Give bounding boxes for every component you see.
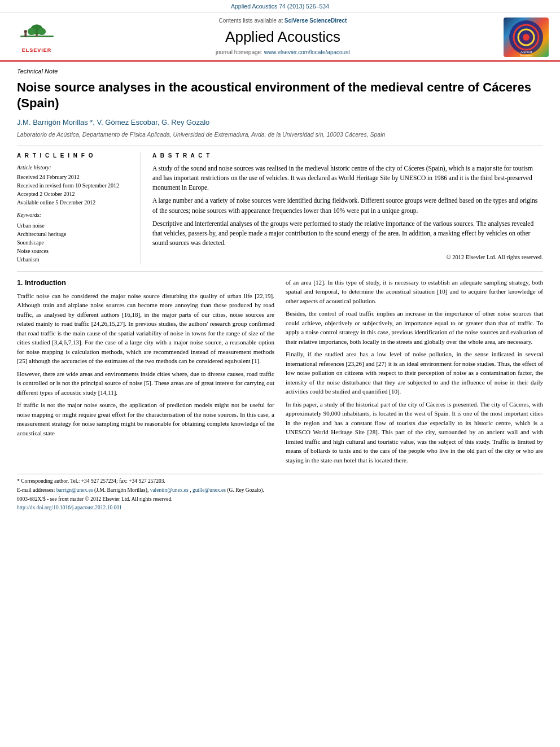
email-2-name: (G. Rey Gozalo). [227,487,264,493]
keyword-1: Architectural heritage [17,230,132,238]
sciverse-prefix: Contents lists available at [219,18,285,24]
issn-text: 0003-682X/$ - see front matter © 2012 El… [17,496,173,502]
footnote-doi: http://dx.doi.org/10.1016/j.apacoust.201… [17,504,543,512]
email-1: valentin@unex.es [150,487,189,493]
abstract-heading: A B S T R A C T [152,152,543,160]
keyword-0: Urban noise [17,221,132,230]
article-info-heading: A R T I C L E I N F O [17,152,132,160]
homepage-link: www.elsevier.com/locate/apacoust [264,49,350,55]
elsevier-tree-icon [16,20,58,46]
article-info-col: A R T I C L E I N F O Article history: R… [17,152,141,264]
affiliation: Laboratorio de Acústica, Departamento de… [17,130,543,139]
body-para-col1-1: However, there are wide areas and enviro… [17,369,274,397]
body-para-col2-1: Besides, the control of road traffic imp… [286,309,543,346]
abstract-col: A B S T R A C T A study of the sound and… [152,152,543,264]
email-label: E-mail addresses: [17,487,56,493]
info-section: A R T I C L E I N F O Article history: R… [17,146,543,264]
journal-homepage: journal homepage: www.elsevier.com/locat… [68,49,498,57]
footer-section: * Corresponding author. Tel.: +34 927 25… [17,474,543,512]
copyright: © 2012 Elsevier Ltd. All rights reserved… [152,253,543,261]
abstract-para-0: A study of the sound and noise sources w… [152,164,543,193]
homepage-prefix: journal homepage: [216,49,264,55]
email-0: barrign@unex.es [56,487,93,493]
header-center: Contents lists available at SciVerse Sci… [68,17,498,57]
email-2: guille@unex.es [193,487,226,493]
sciverse-link: SciVerse ScienceDirect [285,18,347,24]
email-0-name: (J.M. Barrigón Morillas), [94,487,150,493]
keyword-2: Soundscape [17,238,132,247]
body-para-col2-0: of an area [12]. In this type of study, … [286,278,543,306]
abstract-para-1: A large number and a variety of noise so… [152,196,543,216]
elsevier-label: ELSEVIER [22,47,52,54]
abstract-para-2: Descriptive and interferential analyses … [152,219,543,248]
svg-point-10 [523,34,530,41]
history-item-3: Available online 5 December 2012 [17,199,132,207]
svg-rect-6 [24,33,27,37]
footnote-issn: 0003-682X/$ - see front matter © 2012 El… [17,496,543,504]
keyword-3: Noise sources [17,247,132,255]
body-para-col1-0: Traffic noise can be considered the majo… [17,291,274,366]
svg-text:Acoustics: Acoustics [520,54,532,56]
svg-point-3 [27,28,35,35]
body-para-col2-2: Finally, if the studied area has a low l… [286,350,543,396]
section1-heading: 1. Introduction [17,278,274,288]
body-section: 1. Introduction Traffic noise can be con… [17,272,543,469]
article-type: Technical Note [17,67,543,76]
body-col-right: of an area [12]. In this type of study, … [286,278,543,469]
article-title: Noise source analyses in the acoustical … [17,80,543,112]
body-para-col2-3: In this paper, a study of the historical… [286,400,543,465]
authors-text: J.M. Barrigón Morillas *, V. Gómez Escob… [17,118,209,126]
footnote-emails: E-mail addresses: barrign@unex.es (J.M. … [17,487,543,495]
keyword-4: Urbanism [17,255,132,264]
journal-logo-icon: Applied Acoustics [506,18,546,56]
svg-point-5 [24,30,27,33]
journal-header: ELSEVIER Contents lists available at Sci… [0,12,560,62]
journal-ref-text: Applied Acoustics 74 (2013) 526–534 [231,3,329,10]
page: Applied Acoustics 74 (2013) 526–534 ELSE… [0,0,560,747]
journal-ref-bar: Applied Acoustics 74 (2013) 526–534 [0,0,560,12]
history-item-1: Received in revised form 10 September 20… [17,182,132,190]
keywords-label: Keywords: [17,211,132,220]
body-col-left: 1. Introduction Traffic noise can be con… [17,278,274,469]
journal-title: Applied Acoustics [68,27,498,48]
doi-link: http://dx.doi.org/10.1016/j.apacoust.201… [17,505,122,510]
footnote-star: * Corresponding author. Tel.: +34 927 25… [17,478,543,486]
svg-point-4 [37,28,45,35]
history-item-2: Accepted 2 October 2012 [17,190,132,198]
body-para-col1-2: If traffic is not the major noise source… [17,400,274,438]
authors: J.M. Barrigón Morillas *, V. Gómez Escob… [17,117,543,128]
journal-logo-right: Applied Acoustics [504,18,549,57]
elsevier-logo-container: ELSEVIER [11,20,62,54]
history-label: Article history: [17,164,132,172]
history-item-0: Received 24 February 2012 [17,173,132,181]
sciverse-line: Contents lists available at SciVerse Sci… [68,17,498,25]
main-content: Technical Note Noise source analyses in … [0,62,560,525]
